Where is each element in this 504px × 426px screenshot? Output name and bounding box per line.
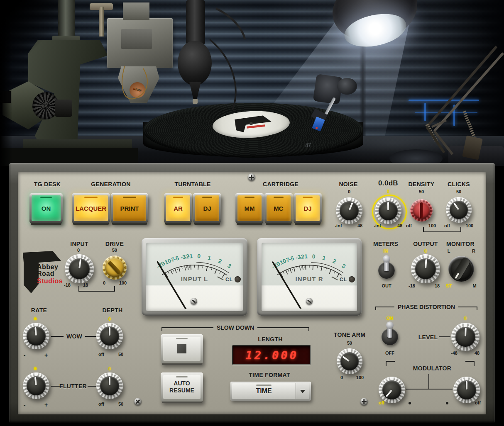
svg-text:0: 0 [312,253,316,260]
slow-down-stop-button[interactable] [161,334,203,363]
wow-depth-knob[interactable] [96,323,123,349]
print-label: PRINT [113,195,146,221]
clip-line [331,276,338,280]
studio-scene: 47 3mm [0,0,504,166]
blue-accent-light [409,100,479,101]
clicks-knob[interactable] [446,197,472,223]
mm-label: MM [237,195,262,221]
gain-min: -inf [374,223,381,228]
flutter-depth-knob[interactable] [96,372,123,399]
flutter-rate-knob[interactable] [23,372,49,399]
lacquer-label: LACQUER [74,195,108,221]
flutter-label: FLUTTER [59,383,87,389]
dropdown-arrow-icon[interactable] [296,383,309,399]
phase-distortion-toggle[interactable] [380,321,399,349]
cartridge-mc-button[interactable]: MC [264,193,293,223]
tg-desk-title: TG DESK [34,181,61,187]
clicks-title: CLICKS [448,181,470,187]
meter-screw [306,298,313,304]
flutter-depth-min: off [98,402,104,407]
wow-rate-min: - [24,352,26,358]
svg-text:0: 0 [197,253,201,260]
drive-title: DRIVE [105,241,124,247]
time-format-dropdown[interactable]: TIME [230,382,311,401]
gain-knob[interactable] [375,197,401,224]
tone-arm-max: 100 [356,375,364,380]
modulator-hook-left [386,361,395,366]
auto-resume-line2: RESUME [169,387,194,394]
tone-arm-min: 0 [340,375,343,380]
svg-text:-1: -1 [302,253,308,260]
noise-top-value: 0 [348,189,350,194]
monitor-m-label: M [472,283,476,288]
meters-out-label: OUT [382,283,391,288]
scene-edge-shadow [0,0,12,166]
time-format-value: TIME [232,383,296,399]
time-format-title: TIME FORMAT [249,372,290,378]
auto-resume-button[interactable]: AUTO RESUME [161,372,203,402]
svg-text:3: 3 [341,262,347,270]
tg-desk-on-label: ON [32,195,61,221]
modulator-left-dot [409,402,411,404]
clip-indicator-right: CL [331,276,355,282]
level-top-value: 0 [464,316,467,321]
tg-desk-on-button[interactable]: ON [29,193,63,223]
flutter-depth-max: 50 [118,402,123,407]
output-top-value: 0 [424,248,427,253]
wow-link-line [85,336,96,337]
input-knob[interactable] [65,254,94,283]
noise-max: 48 [357,223,362,228]
cartridge-dj-button[interactable]: DJ [294,193,322,223]
monitor-title: MONITOR [446,241,475,247]
svg-text:2: 2 [332,258,338,265]
density-knob[interactable] [410,199,433,222]
turntable-title: TURNTABLE [174,181,210,187]
svg-text:1: 1 [207,254,212,261]
meters-toggle[interactable] [377,255,396,283]
level-knob[interactable] [451,323,480,351]
level-min: -48 [451,351,458,355]
input-title: INPUT [70,241,88,247]
meters-in-label: IN [384,248,388,253]
gain-top-value: 0 [387,189,389,194]
panel-screw [248,173,255,181]
record-side-marking: 47 [305,141,311,149]
turntable-ar-button[interactable]: AR [164,193,192,223]
output-knob[interactable] [411,254,440,283]
flutter-rate-marker [34,367,37,370]
svg-text:3: 3 [226,262,232,270]
clip-label: CL [225,277,233,282]
drive-knob[interactable] [103,256,127,280]
turntable-dj-button[interactable]: DJ [193,193,221,223]
cartridge-mm-button[interactable]: MM [235,193,264,223]
wow-depth-max: 50 [118,352,123,357]
noise-knob[interactable] [336,197,362,224]
slow-down-title: SLOW DOWN [217,324,254,331]
modulator-right-knob[interactable] [453,377,480,403]
wow-rate-knob[interactable] [23,323,49,349]
flutter-depth-top: 0 [108,366,111,371]
length-title: LENGTH [258,336,282,343]
phase-distortion-title: PHASE DISTORTION [398,304,455,310]
abbey-road-logo: Abbey Road Studios [20,247,71,295]
generation-print-button[interactable]: PRINT [111,193,148,223]
cutter-head-top [123,2,149,20]
modulator-left-off-label: off [379,400,384,405]
meter-screw [191,298,197,304]
noise-title: NOISE [339,181,357,187]
modulator-link-line [406,389,453,389]
modulator-left-knob[interactable] [379,377,405,403]
blue-accent-light [415,112,477,113]
wow-link-line [51,336,64,337]
depth-title: DEPTH [103,307,123,314]
output-title: OUTPUT [413,241,438,247]
monitor-knob[interactable] [448,256,474,282]
panel-screw [360,398,368,405]
ar-label: AR [166,195,190,221]
wow-depth-top: 0 [108,316,111,321]
generation-lacquer-button[interactable]: LACQUER [72,193,110,223]
logo-word2: Road [37,270,54,278]
svg-text:2: 2 [217,257,223,265]
tone-arm-knob[interactable] [337,348,362,374]
input-top-value: 0 [77,248,80,253]
